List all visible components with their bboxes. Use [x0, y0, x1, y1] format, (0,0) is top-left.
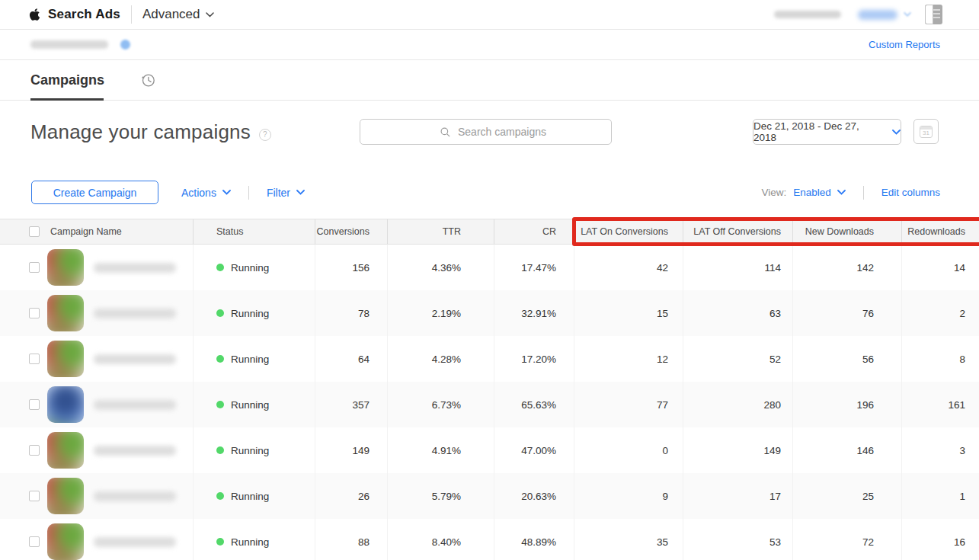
campaign-name-redacted[interactable] — [94, 537, 176, 547]
row-checkbox[interactable] — [29, 445, 40, 456]
brand-divider — [131, 5, 132, 24]
campaign-app-icon — [47, 432, 84, 469]
brand: Search Ads Advanced — [29, 5, 214, 24]
lat-off-conversions-value: 63 — [683, 290, 792, 336]
status-cell: Running — [193, 290, 315, 336]
new-downloads-value: 146 — [792, 427, 901, 473]
table-row: Running 88 8.40% 48.89% 35 53 72 16 — [0, 519, 979, 560]
row-checkbox[interactable] — [29, 491, 40, 501]
conversions-value: 357 — [315, 382, 387, 427]
lat-on-conversions-value: 35 — [574, 519, 683, 560]
chevron-down-icon — [296, 190, 305, 195]
campaign-name-redacted[interactable] — [94, 263, 176, 273]
history-icon[interactable] — [140, 72, 156, 88]
cr-value: 65.63% — [494, 382, 574, 427]
view-enabled-dropdown[interactable]: Enabled — [793, 187, 846, 198]
tab-campaigns[interactable]: Campaigns — [30, 72, 104, 88]
brand-title: Search Ads — [48, 7, 120, 22]
campaign-app-icon — [47, 523, 84, 560]
ttr-value: 4.28% — [387, 336, 494, 382]
status-label: Running — [231, 536, 269, 548]
advanced-dropdown[interactable]: Advanced — [142, 7, 214, 22]
column-header-campaign-name[interactable]: Campaign Name — [0, 219, 193, 244]
search-input[interactable] — [458, 126, 595, 138]
cr-value: 17.20% — [494, 336, 574, 382]
column-label: Status — [216, 226, 243, 237]
column-header-new-downloads[interactable]: New Downloads — [792, 219, 901, 244]
date-range-selector[interactable]: Dec 21, 2018 - Dec 27, 2018 — [753, 119, 901, 145]
column-header-cr[interactable]: CR — [494, 219, 574, 244]
status-dot-icon — [216, 355, 224, 363]
table-header: Campaign Name Status Conversions TTR CR … — [0, 219, 979, 245]
campaign-app-icon — [47, 295, 84, 331]
row-checkbox[interactable] — [29, 262, 40, 273]
column-header-conversions[interactable]: Conversions — [315, 219, 387, 244]
column-header-lat-on-conversions[interactable]: LAT On Conversions — [574, 219, 683, 244]
main-content: Manage your campaigns ? Dec 21, 2018 - D… — [0, 101, 979, 560]
lat-on-conversions-value: 77 — [574, 382, 683, 427]
table-row: Running 64 4.28% 17.20% 12 52 56 8 — [0, 336, 979, 382]
column-header-lat-off-conversions[interactable]: LAT Off Conversions — [683, 219, 792, 244]
chevron-down-icon — [222, 190, 231, 195]
table-row: Running 149 4.91% 47.00% 0 149 146 3 — [0, 427, 979, 473]
ttr-value: 2.19% — [387, 290, 494, 336]
select-all-checkbox[interactable] — [29, 226, 40, 237]
campaign-name-cell — [0, 382, 193, 427]
campaign-name-cell — [0, 336, 193, 382]
account-area — [774, 5, 942, 24]
new-downloads-value: 196 — [792, 382, 901, 427]
row-checkbox[interactable] — [29, 536, 40, 547]
lat-off-conversions-value: 17 — [683, 473, 792, 519]
filter-label: Filter — [267, 187, 290, 199]
campaign-name-redacted[interactable] — [94, 491, 176, 501]
ttr-value: 8.40% — [387, 519, 494, 560]
status-dot-icon — [216, 264, 224, 271]
ttr-value: 6.73% — [387, 382, 494, 427]
campaign-app-icon — [47, 386, 84, 423]
lat-on-conversions-value: 0 — [574, 427, 683, 473]
calendar-button[interactable]: 31 — [913, 119, 939, 144]
column-header-redownloads[interactable]: Redownloads — [901, 219, 979, 244]
status-label: Running — [231, 399, 269, 411]
actions-dropdown[interactable]: Actions — [181, 187, 231, 199]
row-checkbox[interactable] — [29, 354, 40, 364]
campaign-name-redacted[interactable] — [94, 309, 176, 318]
campaign-name-redacted[interactable] — [94, 400, 176, 410]
lat-off-conversions-value: 149 — [683, 427, 792, 473]
campaign-app-icon — [47, 478, 84, 514]
column-header-status[interactable]: Status — [193, 219, 315, 244]
ttr-value: 4.91% — [387, 427, 494, 473]
create-campaign-button[interactable]: Create Campaign — [31, 181, 158, 204]
ttr-value: 4.36% — [387, 245, 494, 290]
ttr-value: 5.79% — [387, 473, 494, 519]
date-range-value: Dec 21, 2018 - Dec 27, 2018 — [753, 120, 884, 143]
org-name-redacted — [30, 40, 108, 49]
table-body: Running 156 4.36% 17.47% 42 114 142 14 R… — [0, 245, 979, 560]
custom-reports-link[interactable]: Custom Reports — [869, 39, 940, 50]
reports-panel-icon[interactable] — [925, 5, 942, 24]
row-checkbox[interactable] — [29, 308, 40, 318]
campaign-name-redacted[interactable] — [94, 354, 176, 364]
campaign-name-redacted[interactable] — [94, 446, 176, 456]
edit-columns-link[interactable]: Edit columns — [881, 187, 940, 198]
cr-value: 17.47% — [494, 245, 574, 290]
campaign-app-icon — [47, 341, 84, 377]
status-dot-icon — [216, 538, 224, 546]
advanced-label: Advanced — [142, 7, 200, 22]
new-downloads-value: 72 — [792, 519, 901, 560]
column-header-ttr[interactable]: TTR — [387, 219, 494, 244]
redownloads-value: 3 — [901, 427, 979, 473]
page-title-row: Manage your campaigns ? — [30, 120, 271, 144]
lat-on-conversions-value: 42 — [574, 245, 683, 290]
new-downloads-value: 76 — [792, 290, 901, 336]
status-label: Running — [231, 354, 269, 365]
top-bar: Search Ads Advanced — [0, 0, 979, 30]
calendar-icon: 31 — [920, 126, 933, 138]
new-downloads-value: 56 — [792, 336, 901, 382]
row-checkbox[interactable] — [29, 399, 40, 410]
status-dot-icon — [216, 309, 224, 317]
account-menu-redacted[interactable] — [858, 10, 897, 20]
lat-on-conversions-value: 9 — [574, 473, 683, 519]
filter-dropdown[interactable]: Filter — [267, 187, 305, 199]
help-icon[interactable]: ? — [259, 129, 271, 141]
